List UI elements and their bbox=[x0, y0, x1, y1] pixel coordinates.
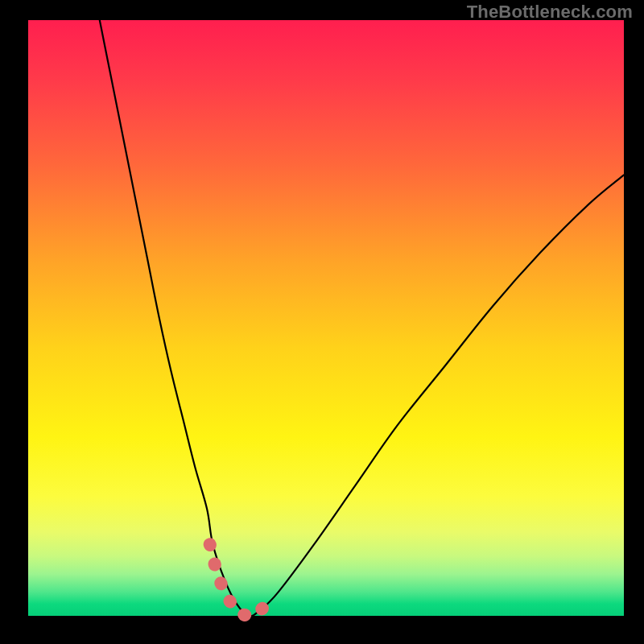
bottleneck-curve bbox=[100, 20, 624, 616]
chart-frame: TheBottleneck.com bbox=[0, 0, 644, 644]
plot-area bbox=[28, 20, 624, 616]
curve-layer bbox=[28, 20, 624, 616]
